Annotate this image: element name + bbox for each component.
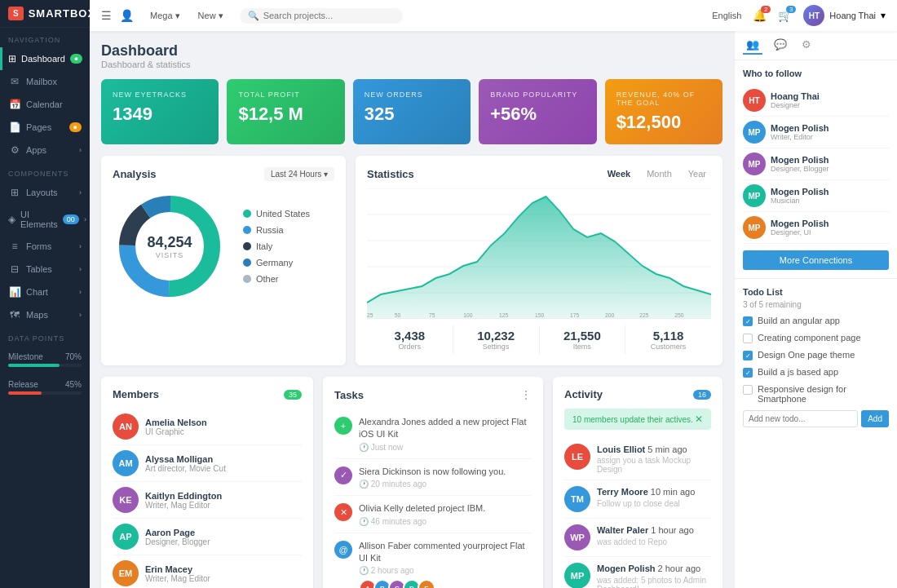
activity-panel: Activity 16 10 members update their acti…	[553, 377, 722, 588]
follow-list: HT Hoang Thai Designer MP Mogen Polish W…	[743, 85, 889, 244]
follow-role: Designer	[771, 101, 820, 109]
sidebar-item-pages[interactable]: 📄 Pages ●	[0, 116, 90, 139]
stats-tab-year[interactable]: Year	[683, 167, 711, 180]
sidebar-icon: 📅	[8, 99, 21, 110]
logo-box: S	[8, 7, 24, 20]
sidebar-item-ui-elements[interactable]: ◈ UI Elements 00 ›	[0, 204, 90, 235]
task-time: 🕐 2 hours ago	[359, 566, 532, 575]
progress-bar	[8, 364, 82, 367]
todo-checkbox[interactable]: ✓	[743, 316, 753, 326]
activity-alert-text: 10 members update their actives.	[572, 415, 693, 424]
tasks-list: + Alexandra Jones added a new project Fl…	[334, 409, 532, 588]
topbar-nav-new[interactable]: New ▾	[190, 7, 232, 24]
avatar: TM	[564, 486, 590, 512]
donut-area: 84,254 VISITS United States Russia Italy…	[113, 189, 334, 303]
topbar-nav-mega[interactable]: Mega ▾	[142, 7, 188, 24]
member-role: Art director, Movie Cut	[145, 464, 226, 473]
sidebar-item-forms[interactable]: ≡ Forms ›	[0, 235, 90, 258]
list-item: ✓ Build a js based app	[743, 367, 889, 378]
logo: S SMARTBOX	[0, 0, 90, 28]
stats-numbers: 3,438 Orders 10,232 Sеttings 21,550 Item…	[367, 325, 711, 354]
member-info: Aaron Page Designer, Blogger	[145, 528, 210, 546]
stats-header: Statistics WeekMonthYear	[367, 167, 711, 180]
members-header: Members 35	[113, 388, 302, 400]
cart-button[interactable]: 🛒3	[778, 9, 792, 22]
search-input[interactable]	[263, 11, 395, 20]
activity-close[interactable]: ✕	[695, 413, 703, 425]
analysis-action[interactable]: Last 24 Hours ▾	[264, 167, 334, 181]
sidebar-item-tables[interactable]: ⊟ Tables ›	[0, 258, 90, 281]
todo-checkbox[interactable]: ✓	[743, 351, 753, 360]
tasks-title: Tasks	[334, 389, 364, 401]
user-info[interactable]: HT Hoang Thai ▾	[803, 5, 886, 26]
tasks-panel: Tasks ⋮ + Alexandra Jones added a new pr…	[323, 377, 543, 588]
members-panel: Members 35 AN Amelia Nelson UI Graphic A…	[101, 377, 313, 588]
sidebar-item-apps[interactable]: ⚙ Apps ›	[0, 139, 90, 161]
analysis-header: Analysis Last 24 Hours ▾	[113, 167, 334, 181]
todo-count: 3 of 5 remaining	[743, 300, 889, 309]
activity-text: Mogen Polish 2 hour ago	[597, 563, 711, 575]
stats-tab-week[interactable]: Week	[603, 167, 636, 180]
follow-role: Musician	[771, 197, 829, 205]
language-select[interactable]: English	[712, 11, 741, 20]
legend-dot	[243, 259, 251, 267]
task-text: Allison Faber commented yourproject Flat…	[359, 540, 532, 565]
stats-tab-month[interactable]: Month	[642, 167, 677, 180]
avatar: EM	[113, 560, 139, 586]
sidebar-label: Tables	[26, 264, 52, 274]
avatar: WP	[564, 524, 590, 550]
menu-icon[interactable]: ☰	[101, 9, 112, 22]
avatar: MP	[564, 563, 590, 588]
stat-num-label: Sеttings	[453, 343, 539, 351]
todo-checkbox[interactable]	[743, 334, 753, 343]
topbar-user-icon[interactable]: 👤	[120, 9, 134, 22]
task-text: Olivia Kelly deleted project IBM.	[359, 502, 485, 515]
members-list: AN Amelia Nelson UI Graphic AM Alyssa Mo…	[113, 409, 302, 588]
chevron-right-icon: ›	[79, 288, 82, 296]
search-icon: 🔍	[248, 11, 259, 21]
activity-info: Walter Paler 1 hour ago was added to Rep…	[597, 524, 694, 546]
tasks-menu[interactable]: ⋮	[520, 388, 532, 401]
stat-num-value: 10,232	[453, 329, 539, 343]
more-connections-button[interactable]: More Connections	[743, 250, 889, 270]
sidebar: S SMARTBOX Navigation ⊞ Dashboard ● ✉ Ma…	[0, 0, 90, 588]
todo-add-button[interactable]: Add	[861, 410, 889, 427]
area-chart: 25 50 75 100 125 150 175 200 225 250 60	[367, 188, 711, 319]
sidebar-label: Apps	[26, 145, 46, 155]
sidebar-item-calendar[interactable]: 📅 Calendar	[0, 93, 90, 116]
right-tab-settings[interactable]: ⚙	[798, 36, 815, 55]
member-role: Writer, Mag Editor	[145, 574, 210, 583]
svg-text:50: 50	[395, 311, 401, 319]
stat-label: REVENUE, 40% OF THE GOAL	[616, 91, 711, 107]
list-item: @ Allison Faber commented yourproject Fl…	[334, 533, 532, 588]
sidebar-label: Mailbox	[26, 77, 57, 86]
task-time: 🕐 Just now	[359, 443, 532, 452]
svg-text:75: 75	[429, 311, 435, 319]
legend-dot	[243, 210, 251, 218]
todo-input[interactable]	[743, 410, 858, 427]
data-label: Data Points	[0, 326, 90, 346]
list-item: MP Mogen Polish Designer, Blogger	[743, 148, 889, 180]
todo-input-row: Add	[743, 410, 889, 427]
list-item: ✓ Build an angular app	[743, 316, 889, 326]
donut-label: VISITS	[147, 251, 192, 259]
sidebar-item-dashboard[interactable]: ⊞ Dashboard ●	[0, 47, 90, 70]
progress-label: Release 45%	[8, 380, 82, 389]
sidebar-item-layouts[interactable]: ⊞ Layouts ›	[0, 181, 90, 204]
sidebar-item-maps[interactable]: 🗺 Maps ›	[0, 303, 90, 326]
right-tab-people[interactable]: 👥	[743, 36, 762, 55]
who-to-follow-section: Who to follow HT Hoang Thai Designer MP …	[735, 60, 897, 278]
legend-item: Germany	[243, 258, 310, 267]
stat-num-label: Orders	[367, 343, 453, 351]
todo-checkbox[interactable]: ✓	[743, 368, 753, 378]
content-wrap: Dashboard Dashboard & statistics NEW EYE…	[90, 31, 897, 588]
list-item: EM Erin Macey Writer, Mag Editor	[113, 555, 302, 588]
todo-checkbox[interactable]	[743, 385, 753, 395]
task-dot: ✕	[334, 503, 352, 521]
sidebar-item-mailbox[interactable]: ✉ Mailbox	[0, 70, 90, 93]
sidebar-item-chart[interactable]: 📊 Chart ›	[0, 281, 90, 303]
donut-center: 84,254 VISITS	[147, 234, 192, 259]
right-tab-chat[interactable]: 💬	[771, 36, 790, 55]
bell-button[interactable]: 🔔2	[753, 9, 767, 22]
member-name: Aaron Page	[145, 528, 210, 537]
